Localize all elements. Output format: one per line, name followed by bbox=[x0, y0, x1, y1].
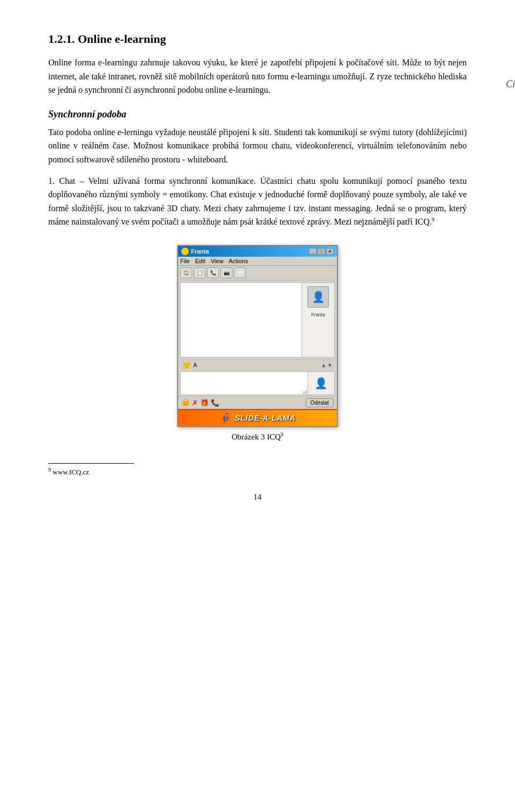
icq-avatar-icon: 👤 bbox=[312, 290, 325, 303]
icq-avatar: 👤 bbox=[307, 286, 329, 308]
section-title: 1.2.1. Online e-learning bbox=[48, 32, 467, 46]
icq-menu-actions[interactable]: Actions bbox=[229, 258, 248, 264]
footnote-number: 9 bbox=[48, 467, 51, 473]
image-caption-text: Obrázek 3 ICQ bbox=[232, 433, 281, 441]
item-number: 1. bbox=[48, 176, 55, 185]
paragraph-1: Online forma e-learningu zahrnuje takovo… bbox=[48, 56, 467, 97]
icq-toolbar-btn-4[interactable]: 📷 bbox=[220, 267, 232, 278]
icq-bottom-icon-2[interactable]: ✗ bbox=[192, 399, 198, 407]
footnote-url: www.ICQ.cz bbox=[53, 468, 89, 476]
page-number: 14 bbox=[48, 493, 467, 502]
page: Ci 1.2.1. Online e-learning Online forma… bbox=[0, 0, 515, 545]
icq-toolbar-btn-3[interactable]: 📞 bbox=[207, 267, 219, 278]
footnote-line bbox=[48, 463, 134, 464]
image-caption: Obrázek 3 ICQ9 bbox=[232, 431, 284, 442]
icq-input-row: 👤 bbox=[180, 371, 335, 395]
margin-annotation: Ci bbox=[506, 79, 515, 90]
icq-menu-view[interactable]: View bbox=[211, 258, 224, 264]
footnote: 9 www.ICQ.cz bbox=[48, 467, 467, 476]
icq-bottom-row: 😊 ✗ 🎁 📞 Odeslat bbox=[178, 396, 337, 409]
icq-titlebar: Franta _ □ × bbox=[178, 246, 337, 257]
icq-bottom-icon-1[interactable]: 😊 bbox=[181, 399, 190, 407]
icq-send-icon-2[interactable]: ▼ bbox=[327, 362, 333, 368]
paragraph-2: Tato podoba online e-lerningu vyžaduje n… bbox=[48, 125, 467, 167]
icq-maximize-btn[interactable]: □ bbox=[318, 248, 325, 255]
image-caption-superscript: 9 bbox=[281, 431, 283, 437]
icq-window: Franta _ □ × File Edit View Actions 🏠 📋 … bbox=[177, 245, 338, 427]
icq-toolbar-btn-5[interactable]: ✉️ bbox=[234, 267, 246, 278]
icq-title-icon bbox=[181, 248, 189, 255]
icq-toolbar: 🏠 📋 📞 📷 ✉️ bbox=[178, 266, 337, 280]
icq-bottom-icon-3[interactable]: 🎁 bbox=[200, 399, 209, 407]
icq-bottom-icon-4[interactable]: 📞 bbox=[211, 399, 219, 407]
icq-input-field[interactable] bbox=[181, 372, 307, 394]
icq-smiley-button[interactable]: 🙂 bbox=[182, 361, 191, 369]
icq-banner-text: SLIDE-A-LAMA bbox=[235, 414, 296, 422]
icq-smiley-row: 🙂 A ▲ ▼ bbox=[180, 360, 335, 370]
icq-toolbar-btn-2[interactable]: 📋 bbox=[194, 267, 205, 278]
superscript-9: 9 bbox=[432, 217, 435, 222]
icq-input-avatar: 👤 bbox=[307, 372, 334, 394]
icq-banner: 🦸 SLIDE-A-LAMA bbox=[178, 409, 337, 426]
icq-banner-mascot: 🦸 bbox=[219, 412, 232, 424]
icq-format-btn[interactable]: A bbox=[193, 362, 197, 368]
icq-menu-edit[interactable]: Edit bbox=[195, 258, 205, 264]
icq-avatar-area: 👤 Franta bbox=[302, 283, 334, 357]
item-label: Chat bbox=[59, 176, 75, 185]
icq-title-text: Franta bbox=[191, 248, 209, 255]
icq-chat-area bbox=[181, 283, 302, 357]
icq-main-area: 👤 Franta bbox=[180, 282, 335, 357]
icq-avatar-label: Franta bbox=[311, 312, 325, 317]
icq-bottom-icons: 😊 ✗ 🎁 📞 bbox=[181, 399, 219, 407]
icq-menu-file[interactable]: File bbox=[180, 258, 190, 264]
icq-toolbar-btn-1[interactable]: 🏠 bbox=[180, 267, 192, 278]
icq-titlebar-buttons: _ □ × bbox=[309, 248, 334, 255]
icq-titlebar-title: Franta bbox=[181, 248, 209, 255]
icq-image-container: Franta _ □ × File Edit View Actions 🏠 📋 … bbox=[172, 245, 343, 442]
numbered-item-1: 1. Chat – Velmi užívaná forma synchronní… bbox=[48, 174, 467, 229]
icq-send-icon-1[interactable]: ▲ bbox=[321, 362, 326, 368]
item-text: – Velmi užívaná forma synchronní komunik… bbox=[48, 176, 467, 227]
icq-minimize-btn[interactable]: _ bbox=[309, 248, 317, 255]
subsection-title: Synchronní podoba bbox=[48, 109, 467, 120]
icq-send-icons: ▲ ▼ bbox=[321, 362, 333, 368]
icq-menubar: File Edit View Actions bbox=[178, 257, 337, 266]
icq-close-btn[interactable]: × bbox=[326, 248, 334, 255]
icq-send-button[interactable]: Odeslat bbox=[306, 398, 334, 407]
